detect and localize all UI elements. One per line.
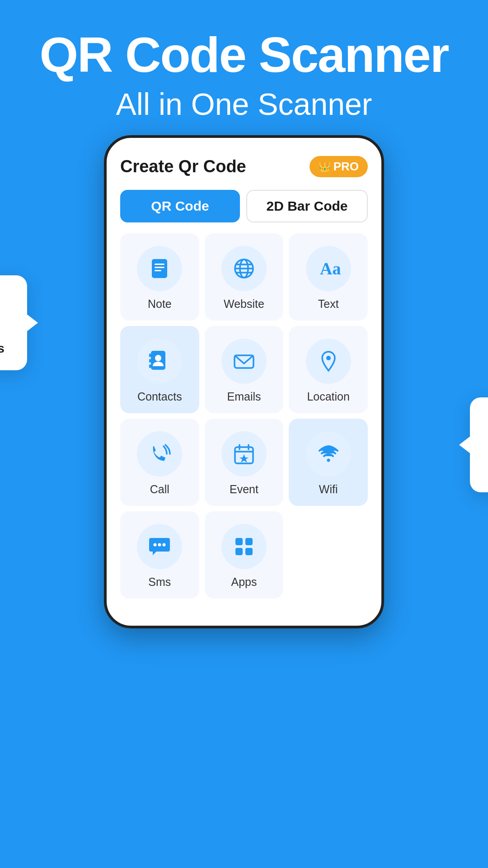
svg-marker-27 <box>239 454 249 462</box>
svg-point-20 <box>155 355 161 361</box>
grid-item-event[interactable]: Event <box>205 419 284 506</box>
wifi-icon-circle <box>306 431 351 476</box>
contacts-label: Contacts <box>137 390 182 403</box>
svg-rect-8 <box>155 267 164 268</box>
svg-rect-19 <box>149 364 151 368</box>
app-title: QR Code Scanner <box>18 27 470 82</box>
apps-icon-circle <box>221 524 267 569</box>
svg-rect-33 <box>245 538 253 545</box>
grid-item-note[interactable]: Note <box>120 233 199 321</box>
grid-item-call[interactable]: Call <box>120 419 199 506</box>
svg-point-29 <box>154 543 157 547</box>
svg-point-22 <box>326 356 331 360</box>
phone-screen-header: Create Qr Code 👑 PRO <box>120 156 368 177</box>
svg-rect-6 <box>152 259 167 278</box>
grid-item-sms[interactable]: Sms <box>120 511 199 599</box>
svg-text:Aa: Aa <box>320 259 341 278</box>
feature-grid: Note Website <box>120 233 368 599</box>
svg-point-28 <box>327 459 330 462</box>
location-label: Location <box>307 390 350 403</box>
app-subtitle: All in One Scanner <box>18 86 470 122</box>
note-icon-circle <box>137 246 182 291</box>
crown-icon: 👑 <box>319 161 331 173</box>
svg-rect-7 <box>155 264 164 265</box>
pro-badge[interactable]: 👑 PRO <box>310 156 368 177</box>
svg-point-31 <box>163 543 166 547</box>
note-label: Note <box>148 297 172 311</box>
tab-qr-code[interactable]: QR Code <box>120 190 240 222</box>
grid-item-contacts[interactable]: Contacts <box>120 326 199 413</box>
svg-rect-9 <box>155 270 161 271</box>
wifi-label: Wifi <box>319 483 338 496</box>
contacts-float-label: Contacts <box>0 341 5 356</box>
website-icon-circle <box>221 246 267 291</box>
svg-rect-18 <box>149 359 151 363</box>
grid-item-emails[interactable]: Emails <box>205 326 284 413</box>
page-title: Create Qr Code <box>120 157 246 176</box>
call-label: Call <box>150 483 169 496</box>
wifi-float-card[interactable]: Wifi <box>470 397 488 492</box>
contacts-float-card[interactable]: Contacts <box>0 275 27 370</box>
svg-rect-32 <box>235 538 243 545</box>
tab-bar: QR Code 2D Bar Code <box>120 190 368 222</box>
phone-device: Create Qr Code 👑 PRO QR Code 2D Bar Code <box>104 135 384 628</box>
grid-item-apps[interactable]: Apps <box>205 511 284 599</box>
text-icon-circle: Aa <box>306 246 351 291</box>
event-label: Event <box>230 483 258 496</box>
website-label: Website <box>224 297 264 311</box>
emails-icon-circle <box>221 339 267 384</box>
contacts-icon-circle <box>137 339 182 384</box>
pro-label: PRO <box>333 160 359 174</box>
grid-item-location[interactable]: Location <box>289 326 368 413</box>
svg-rect-35 <box>245 548 253 555</box>
sms-icon-circle <box>137 524 182 569</box>
phone-mockup: Contacts Wifi Create Qr Code 👑 PRO <box>0 135 488 628</box>
tab-2d-bar-code[interactable]: 2D Bar Code <box>246 190 368 222</box>
text-label: Text <box>318 297 339 311</box>
grid-item-text[interactable]: Aa Text <box>289 233 368 321</box>
event-icon-circle <box>221 431 267 476</box>
svg-rect-34 <box>235 548 243 555</box>
location-icon-circle <box>306 339 351 384</box>
grid-item-website[interactable]: Website <box>205 233 284 321</box>
emails-label: Emails <box>227 390 261 403</box>
grid-item-wifi[interactable]: Wifi <box>289 419 368 506</box>
app-header: QR Code Scanner All in One Scanner <box>0 0 488 135</box>
svg-point-30 <box>158 543 161 547</box>
apps-label: Apps <box>231 576 257 589</box>
sms-label: Sms <box>148 576 171 589</box>
call-icon-circle <box>137 431 182 476</box>
svg-rect-17 <box>149 354 151 357</box>
